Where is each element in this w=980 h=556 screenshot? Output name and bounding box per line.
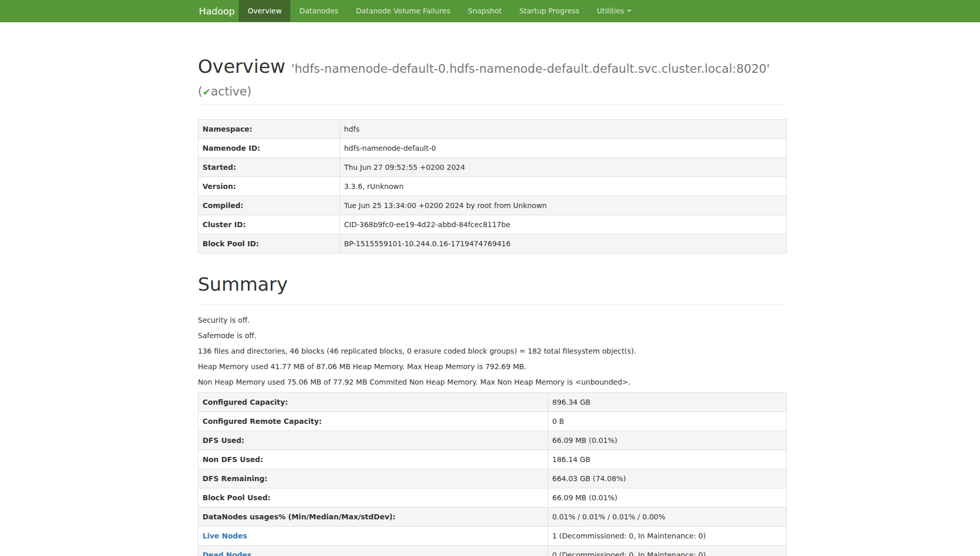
summary-header: Summary — [198, 274, 787, 305]
active-check-icon: ✔ — [203, 86, 211, 98]
row-value: 0 B — [548, 412, 787, 431]
row-value: Tue Jun 25 13:34:00 +0200 2024 by root f… — [340, 196, 787, 215]
summary-table: Configured Capacity:896.34 GB Configured… — [198, 392, 787, 556]
live-nodes-link[interactable]: Live Nodes — [203, 532, 247, 540]
tab-utilities-label: Utilities — [597, 7, 624, 15]
table-row: Cluster ID:CID-368b9fc0-ee19-4d22-abbd-8… — [198, 215, 787, 234]
row-value: 66.09 MB (0.01%) — [548, 431, 787, 450]
brand-hadoop[interactable]: Hadoop — [191, 0, 239, 22]
row-value: 66.09 MB (0.01%) — [548, 488, 787, 507]
table-row: Namespace:hdfs — [198, 120, 787, 139]
table-row: Block Pool ID:BP-1515559101-10.244.0.16-… — [198, 234, 787, 253]
filesystem-objects-line: 136 files and directories, 46 blocks (46… — [198, 346, 787, 356]
row-label: Started: — [198, 158, 340, 177]
navbar: Hadoop Overview Datanodes Datanode Volum… — [0, 0, 980, 22]
dead-nodes-link[interactable]: Dead Nodes — [203, 551, 252, 556]
namenode-status: (✔active) — [198, 85, 252, 98]
row-label: DFS Used: — [198, 431, 548, 450]
row-label: Cluster ID: — [198, 215, 340, 234]
tab-snapshot[interactable]: Snapshot — [459, 0, 510, 22]
row-value: CID-368b9fc0-ee19-4d22-abbd-84fcec8117be — [340, 215, 787, 234]
summary-title: Summary — [198, 274, 787, 295]
table-row: Block Pool Used:66.09 MB (0.01%) — [198, 488, 787, 507]
row-value: 186.14 GB — [548, 450, 787, 469]
row-value: 896.34 GB — [548, 393, 787, 412]
table-row: Version:3.3.6, rUnknown — [198, 177, 787, 196]
safemode-status-line: Safemode is off. — [198, 330, 787, 341]
row-value: 664.03 GB (74.08%) — [548, 469, 787, 488]
tab-datanodes[interactable]: Datanodes — [290, 0, 347, 22]
table-row: Started:Thu Jun 27 09:52:55 +0200 2024 — [198, 158, 787, 177]
row-label: DFS Remaining: — [198, 469, 548, 488]
row-value: hdfs — [340, 120, 787, 139]
navbar-inner: Hadoop Overview Datanodes Datanode Volum… — [191, 0, 980, 22]
row-label: Live Nodes — [198, 527, 548, 546]
table-row: DataNodes usages% (Min/Median/Max/stdDev… — [198, 507, 787, 527]
row-label: Namenode ID: — [198, 139, 340, 158]
table-row: Configured Capacity:896.34 GB — [198, 393, 787, 412]
tab-startup-progress[interactable]: Startup Progress — [510, 0, 588, 22]
table-row: Live Nodes1 (Decommissioned: 0, In Maint… — [198, 527, 787, 546]
security-status-line: Security is off. — [198, 315, 787, 325]
table-row: Non DFS Used:186.14 GB — [198, 450, 787, 469]
table-row: Compiled:Tue Jun 25 13:34:00 +0200 2024 … — [198, 196, 787, 215]
table-row: Dead Nodes0 (Decommissioned: 0, In Maint… — [198, 546, 787, 556]
tab-utilities[interactable]: Utilities — [588, 0, 640, 22]
nav-tabs: Overview Datanodes Datanode Volume Failu… — [239, 0, 640, 22]
row-label: Version: — [198, 177, 340, 196]
row-label: Non DFS Used: — [198, 450, 548, 469]
heap-memory-line: Heap Memory used 41.77 MB of 87.06 MB He… — [198, 361, 787, 372]
row-value: 3.3.6, rUnknown — [340, 177, 787, 196]
non-heap-memory-line: Non Heap Memory used 75.06 MB of 77.92 M… — [198, 377, 787, 387]
row-value: 0 (Decommissioned: 0, In Maintenance: 0) — [548, 546, 787, 556]
row-label: Configured Capacity: — [198, 393, 548, 412]
row-value: BP-1515559101-10.244.0.16-1719474769416 — [340, 234, 787, 253]
table-row: Configured Remote Capacity:0 B — [198, 412, 787, 431]
tab-overview[interactable]: Overview — [239, 0, 290, 22]
row-value: Thu Jun 27 09:52:55 +0200 2024 — [340, 158, 787, 177]
row-label: Block Pool Used: — [198, 488, 548, 507]
row-value: 1 (Decommissioned: 0, In Maintenance: 0) — [548, 527, 787, 546]
row-label: Compiled: — [198, 196, 340, 215]
row-label: Dead Nodes — [198, 546, 548, 556]
overview-info-table: Namespace:hdfs Namenode ID:hdfs-namenode… — [198, 119, 787, 253]
row-label: Block Pool ID: — [198, 234, 340, 253]
table-row: DFS Remaining:664.03 GB (74.08%) — [198, 469, 787, 488]
row-label: Configured Remote Capacity: — [198, 412, 548, 431]
overview-header: Overview 'hdfs-namenode-default-0.hdfs-n… — [198, 56, 787, 105]
main-container: Overview 'hdfs-namenode-default-0.hdfs-n… — [198, 56, 787, 556]
row-value: hdfs-namenode-default-0 — [340, 139, 787, 158]
tab-datanode-volume-failures[interactable]: Datanode Volume Failures — [347, 0, 459, 22]
status-text: active — [211, 85, 247, 98]
page-title: Overview 'hdfs-namenode-default-0.hdfs-n… — [198, 56, 787, 102]
row-label: DataNodes usages% (Min/Median/Max/stdDev… — [198, 507, 548, 527]
row-label: Namespace: — [198, 120, 340, 139]
table-row: DFS Used:66.09 MB (0.01%) — [198, 431, 787, 450]
row-value: 0.01% / 0.01% / 0.01% / 0.00% — [548, 507, 787, 527]
page-title-text: Overview — [198, 56, 286, 77]
table-row: Namenode ID:hdfs-namenode-default-0 — [198, 139, 787, 158]
chevron-down-icon — [627, 10, 631, 12]
